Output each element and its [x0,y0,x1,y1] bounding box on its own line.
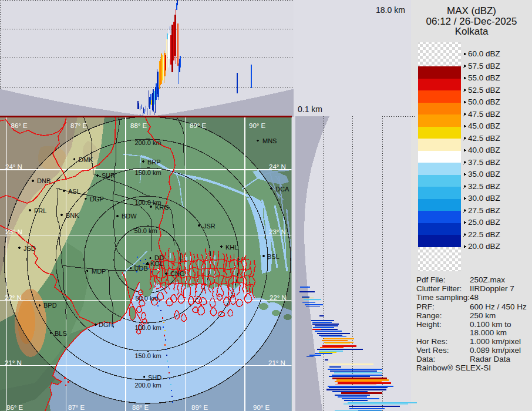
svg-text:100.0 km: 100.0 km [134,324,161,331]
svg-text:47.5 dBZ: 47.5 dBZ [468,110,500,119]
svg-text:BPD: BPD [43,302,57,309]
svg-text:21° N: 21° N [268,359,285,366]
svg-text:JSD: JSD [23,245,36,252]
svg-text:42.5 dBZ: 42.5 dBZ [468,134,500,143]
svg-text:50.0 km: 50.0 km [134,227,157,234]
svg-text:DGH: DGH [99,321,113,328]
svg-text:22° N: 22° N [5,294,22,301]
svg-text:89° E: 89° E [190,122,207,129]
svg-text:35.0 dBZ: 35.0 dBZ [468,170,500,178]
svg-text:MAX (dBZ): MAX (dBZ) [447,5,496,16]
svg-text:Height:: Height: [416,320,442,329]
svg-text:90° E: 90° E [249,122,266,129]
svg-text:88° E: 88° E [130,122,147,129]
svg-text:Range:: Range: [416,311,442,320]
svg-text:37.5 dBZ: 37.5 dBZ [468,158,500,167]
svg-text:30.0 dBZ: 30.0 dBZ [468,194,500,203]
svg-text:50.0 km: 50.0 km [135,295,158,302]
svg-text:88° E: 88° E [132,404,149,411]
svg-text:250Z.max: 250Z.max [470,275,505,284]
svg-text:Kolkata: Kolkata [455,26,489,37]
svg-text:20.0 dBZ: 20.0 dBZ [468,242,500,251]
svg-text:55.0 dBZ: 55.0 dBZ [468,73,500,82]
svg-text:MDP: MDP [92,268,106,275]
svg-text:250 km: 250 km [470,311,496,320]
svg-text:BLS: BLS [55,330,67,337]
svg-text:18.000 km: 18.000 km [470,328,507,337]
svg-text:27.5 dBZ: 27.5 dBZ [468,206,500,215]
svg-text:PRF:: PRF: [416,302,435,311]
svg-text:SHD: SHD [148,374,161,381]
svg-text:CNG: CNG [170,270,184,277]
svg-text:DNB: DNB [37,177,50,184]
svg-text:86° E: 86° E [6,404,23,411]
svg-text:23° N: 23° N [269,228,286,235]
svg-text:JSR: JSR [203,223,216,230]
svg-text:90° E: 90° E [253,404,270,411]
svg-text:24° N: 24° N [5,163,22,170]
svg-text:Time sampling:48: Time sampling:48 [416,293,479,302]
svg-text:Hor Res:: Hor Res: [416,337,447,346]
svg-text:89° E: 89° E [191,404,208,411]
svg-text:1.000 km/pixel: 1.000 km/pixel [470,337,521,346]
svg-text:25.0 dBZ: 25.0 dBZ [468,218,500,227]
svg-text:KOL: KOL [150,260,163,267]
svg-text:21° N: 21° N [5,359,22,366]
svg-text:Vert Res:: Vert Res: [416,346,449,355]
svg-text:IIRDoppler 7: IIRDoppler 7 [470,284,514,293]
svg-text:22.5 dBZ: 22.5 dBZ [468,230,500,239]
svg-text:22° N: 22° N [270,294,287,301]
svg-text:BDW: BDW [122,213,137,220]
svg-text:PRL: PRL [34,207,46,214]
svg-text:200.0 km: 200.0 km [134,139,161,146]
svg-text:200.0 km: 200.0 km [134,382,161,389]
svg-text:Data:: Data: [416,355,435,363]
svg-text:23° N: 23° N [5,228,22,235]
svg-text:DCA: DCA [275,186,289,193]
svg-text:40.0 dBZ: 40.0 dBZ [468,146,500,154]
svg-text:87° E: 87° E [68,404,85,411]
svg-text:600 Hz / 450 Hz: 600 Hz / 450 Hz [470,302,527,311]
svg-text:Rainbow® SELEX-SI: Rainbow® SELEX-SI [416,363,491,372]
svg-text:Clutter Filter:: Clutter Filter: [416,284,462,293]
svg-text:ASL: ASL [68,188,80,195]
svg-text:24° N: 24° N [269,163,286,170]
svg-text:0.089 km/pixel: 0.089 km/pixel [470,346,521,355]
svg-text:Pdf File:: Pdf File: [416,275,446,284]
svg-text:45.0 dBZ: 45.0 dBZ [468,122,500,130]
svg-text:50.0 dBZ: 50.0 dBZ [468,97,500,106]
svg-text:BNK: BNK [66,212,79,219]
svg-text:18.0 km: 18.0 km [376,5,405,15]
svg-text:DMK: DMK [79,156,93,163]
svg-text:KHL: KHL [225,244,238,251]
svg-text:BRP: BRP [147,159,161,166]
svg-text:150.0 km: 150.0 km [134,352,161,359]
svg-text:UDB: UDB [134,265,148,272]
svg-text:0.100 km to: 0.100 km to [470,320,511,329]
svg-text:DGP: DGP [90,196,104,203]
svg-text:SUR: SUR [102,172,115,179]
svg-text:52.5 dBZ: 52.5 dBZ [468,86,500,95]
svg-text:86° E: 86° E [11,122,28,129]
svg-text:57.5 dBZ: 57.5 dBZ [468,62,500,70]
svg-text:KRG: KRG [155,204,169,211]
svg-text:BSL: BSL [267,253,280,260]
svg-text:60.0 dBZ: 60.0 dBZ [468,49,500,58]
svg-text:87° E: 87° E [70,122,87,129]
svg-text:0.1 km: 0.1 km [298,105,322,114]
svg-text:06:12 / 26-Dec-2025: 06:12 / 26-Dec-2025 [426,16,517,27]
svg-text:150.0 km: 150.0 km [134,169,161,176]
svg-text:Radar Data: Radar Data [470,355,511,363]
svg-text:MNS: MNS [262,137,277,144]
svg-text:32.5 dBZ: 32.5 dBZ [468,182,500,191]
